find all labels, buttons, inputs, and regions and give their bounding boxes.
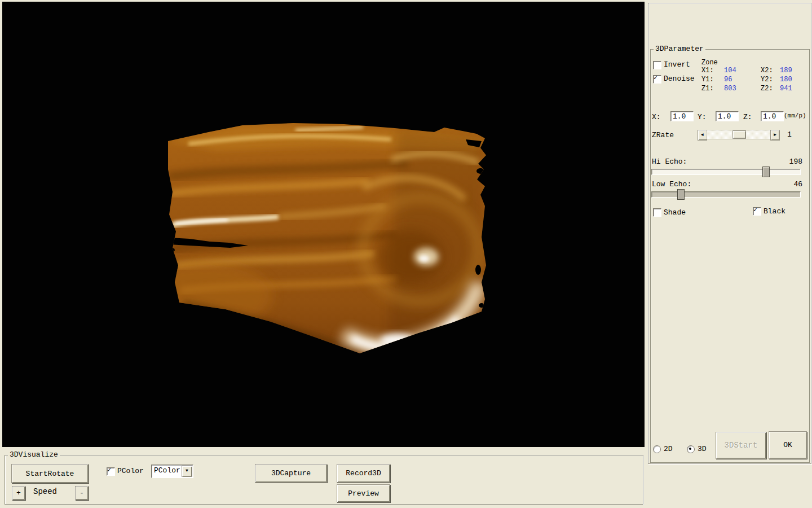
scale-x-label: X: [652,113,661,121]
zone-x2-value: 189 [780,67,792,75]
black-checkbox[interactable]: ✓ [753,207,761,216]
zone-x1-label: X1: [701,67,714,75]
denoise-label: Denoise [664,75,695,83]
scale-unit-label: (mm/p) [784,112,806,120]
app-window: 3DParameter ✓ Invert ✓ Denoise Zone X1: … [0,0,812,508]
3d-volume-render [2,2,645,447]
zone-z2-label: Z2: [761,85,773,93]
ok-button[interactable]: OK [769,431,807,459]
pcolor-dropdown-value: PColor [154,466,180,475]
black-label: Black [764,208,785,216]
pcolor-checkbox[interactable]: ✓ [107,467,115,476]
start3d-button[interactable]: 3DStart [716,432,766,459]
zone-label: Zone [701,59,718,67]
parameter-panel: 3DParameter ✓ Invert ✓ Denoise Zone X1: … [648,3,811,464]
start-rotate-button[interactable]: StartRotate [11,464,89,483]
scale-y-input[interactable] [716,111,739,121]
shade-checkbox[interactable]: ✓ [653,208,661,217]
zrate-value: 1 [787,131,792,139]
zrate-label: ZRate [652,132,674,139]
speed-minus-button[interactable]: - [75,486,89,500]
low-echo-label: Low Echo: [652,181,691,189]
shade-label: Shade [664,209,686,217]
check-icon: ✓ [753,207,757,214]
mode-3d-label: 3D [698,445,707,453]
visualize-groupbox-title: 3DVisualize [8,451,60,459]
low-echo-slider-track[interactable] [651,191,801,198]
invert-label: Invert [664,61,690,69]
mode-2d-radio[interactable] [653,445,661,453]
3d-render-viewport[interactable] [2,2,645,447]
scroll-left-icon: ◄ [701,132,704,137]
capture-3d-button[interactable]: 3DCapture [255,464,327,483]
parameter-groupbox-title: 3DParameter [654,45,705,53]
pcolor-checkbox-label: PColor [117,467,144,475]
denoise-checkbox[interactable]: ✓ [653,75,661,84]
zrate-scroll-right-button[interactable]: ► [770,130,780,141]
mode-2d-label: 2D [664,445,673,453]
hi-echo-slider-track[interactable] [651,169,801,175]
preview-button[interactable]: Preview [337,484,390,502]
scale-y-label: Y: [698,113,707,121]
zone-y1-value: 96 [724,76,732,84]
zone-y1-label: Y1: [701,76,714,84]
record-3d-button[interactable]: Record3D [337,464,390,483]
pcolor-dropdown-button[interactable]: ▼ [182,466,192,477]
low-echo-slider-thumb[interactable] [677,189,685,200]
hi-echo-value: 198 [789,158,802,166]
low-echo-value: 46 [793,181,802,189]
mode-3d-radio[interactable] [687,445,695,453]
pcolor-dropdown[interactable]: PColor ▼ [151,465,193,478]
chevron-down-icon: ▼ [186,468,188,473]
check-icon: ✓ [107,467,111,474]
scale-x-input[interactable] [670,111,694,121]
check-icon: ✓ [654,75,657,82]
hi-echo-slider-thumb[interactable] [762,167,770,177]
hi-echo-label: Hi Echo: [652,158,687,166]
zone-x1-value: 104 [724,67,736,75]
zone-z1-label: Z1: [701,85,714,93]
zone-z1-value: 803 [724,85,736,93]
zone-y2-value: 180 [780,76,792,84]
zrate-scroll-thumb[interactable] [732,130,746,139]
speed-plus-button[interactable]: + [12,486,25,500]
zrate-scrollbar: ◄ ► [698,130,780,139]
scroll-right-icon: ► [774,132,776,137]
zone-z2-value: 941 [780,85,792,93]
scale-z-label: Z: [743,113,752,121]
speed-label: Speed [33,488,57,496]
zone-x2-label: X2: [761,67,773,75]
invert-checkbox[interactable]: ✓ [653,61,661,69]
zone-y2-label: Y2: [761,76,773,84]
scale-z-input[interactable] [761,111,784,121]
